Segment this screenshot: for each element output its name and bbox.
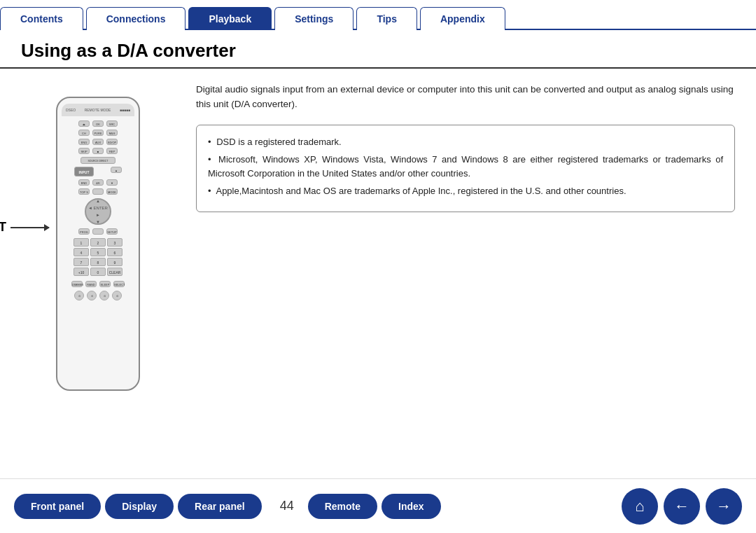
remote-btn-vol-up: ▲ bbox=[111, 167, 122, 173]
remote-row-5: SOURCE DIRECT bbox=[62, 157, 134, 164]
remote-row-2: CH PURE M&S bbox=[62, 130, 134, 136]
remote-btn: TOP S bbox=[78, 188, 90, 195]
remote-btn bbox=[92, 228, 104, 235]
remote-btn-icon4: ⊙ bbox=[112, 291, 122, 300]
remote-btn-5: 5 bbox=[90, 248, 106, 256]
remote-image: DSEO REMOTE MODE ■■■■■ ⏏ OK SRC CH PURE … bbox=[56, 97, 140, 391]
remote-btn: ■ bbox=[92, 148, 104, 154]
intro-paragraph: Digital audio signals input from an exte… bbox=[196, 83, 735, 112]
remote-num-grid: 1 2 3 4 5 6 7 8 9 +10 0 CLEAR bbox=[74, 238, 122, 276]
remote-row-bottom: DIMMER RAND SLEEP SELECT bbox=[62, 281, 134, 287]
remote-btn-source-direct: SOURCE DIRECT bbox=[80, 157, 115, 164]
page-number: 44 bbox=[280, 499, 294, 513]
remote-btn-prog: PROG bbox=[78, 228, 90, 235]
remote-btn-input: INPUT bbox=[74, 167, 94, 176]
index-button[interactable]: Index bbox=[382, 494, 441, 519]
remote-btn: CH bbox=[78, 130, 90, 136]
remote-row-1: ⏏ OK SRC bbox=[62, 120, 134, 127]
remote-btn-7: 7 bbox=[74, 258, 89, 266]
remote-btn-mode: MODE bbox=[106, 188, 118, 195]
notice-item-2: • Microsoft, Windows XP, Windows Vista, … bbox=[208, 153, 723, 182]
remote-btn-6: 6 bbox=[107, 248, 122, 256]
remote-btn: SRC bbox=[106, 120, 118, 127]
remote-btn bbox=[92, 188, 104, 195]
remote-nav-btn: ▲◄ ENTER ►▼ bbox=[85, 198, 111, 225]
remote-row-topsynch: TOP S MODE bbox=[62, 188, 134, 195]
rear-panel-button[interactable]: Rear panel bbox=[178, 494, 262, 519]
tab-contents[interactable]: Contents bbox=[0, 7, 83, 30]
remote-btn: RAND bbox=[85, 281, 97, 287]
input-label: INPUT bbox=[0, 220, 6, 235]
remote-btn-4: 4 bbox=[74, 248, 89, 256]
back-button[interactable]: ← bbox=[664, 488, 700, 525]
remote-btn: SLEEP bbox=[99, 281, 111, 287]
remote-btn: BND bbox=[78, 179, 90, 186]
back-arrow-icon: ← bbox=[674, 497, 690, 515]
remote-btn: OK bbox=[92, 120, 104, 127]
remote-container: INPUT DSEO REMOTE MODE ■■■■■ ⏏ OK SRC CH… bbox=[21, 83, 175, 455]
remote-btn: AUX bbox=[92, 139, 104, 145]
remote-btn bbox=[97, 167, 108, 173]
remote-btn-icon3: ⊙ bbox=[99, 291, 109, 300]
remote-btn: SELECT bbox=[113, 281, 125, 287]
remote-row-input: INPUT ▲ bbox=[62, 167, 134, 176]
remote-btn-1: 1 bbox=[74, 238, 89, 247]
remote-btn-clear: CLEAR bbox=[107, 268, 122, 276]
nav-tabs: Contents Connections Playback Settings T… bbox=[0, 0, 756, 30]
bullet-icon: • bbox=[208, 184, 211, 199]
remote-btn: ENG bbox=[78, 139, 90, 145]
bullet-icon: • bbox=[208, 135, 211, 150]
tab-connections[interactable]: Connections bbox=[86, 7, 186, 30]
remote-btn: 4/K bbox=[92, 179, 104, 186]
home-button[interactable]: ⌂ bbox=[622, 488, 658, 525]
remote-btn-plus10: +10 bbox=[74, 268, 89, 276]
front-panel-button[interactable]: Front panel bbox=[14, 494, 101, 519]
remote-btn-8: 8 bbox=[90, 258, 106, 266]
remote-nav-circle: ▲◄ ENTER ►▼ bbox=[85, 198, 111, 225]
remote-btn-3: 3 bbox=[107, 238, 122, 247]
remote-btn-setup: SETUP bbox=[106, 228, 118, 235]
tab-settings[interactable]: Settings bbox=[274, 7, 354, 30]
forward-button[interactable]: → bbox=[706, 488, 742, 525]
remote-btn-vol-down: ▼ bbox=[106, 179, 118, 186]
forward-arrow-icon: → bbox=[716, 497, 732, 515]
tab-tips[interactable]: Tips bbox=[356, 7, 417, 30]
input-arrow bbox=[10, 227, 49, 228]
remote-btn: REP bbox=[106, 148, 118, 154]
remote-btn-2: 2 bbox=[90, 238, 106, 247]
remote-btn-9: 9 bbox=[107, 258, 122, 266]
notice-item-3: • Apple,Macintosh and Mac OS are tradema… bbox=[208, 184, 723, 199]
notice-item-1: • DSD is a registered trademark. bbox=[208, 135, 723, 150]
remote-btn-icon2: ⊙ bbox=[87, 291, 97, 300]
input-label-area: INPUT bbox=[0, 220, 49, 235]
tab-playback[interactable]: Playback bbox=[188, 7, 272, 30]
remote-row-icons: ⊙ ⊙ ⊙ ⊙ bbox=[62, 291, 134, 300]
remote-btn: M&S bbox=[106, 130, 118, 136]
main-content: INPUT DSEO REMOTE MODE ■■■■■ ⏏ OK SRC CH… bbox=[0, 69, 756, 469]
remote-btn: DIMMER bbox=[71, 281, 83, 287]
remote-btn: SKIP bbox=[78, 148, 90, 154]
remote-row-prog: PROG SETUP bbox=[62, 228, 134, 235]
bullet-icon: • bbox=[208, 153, 211, 167]
page-title-area: Using as a D/A converter bbox=[0, 30, 756, 69]
remote-btn: ⏏ bbox=[78, 120, 90, 127]
remote-row-3: ENG AUX SD/OP bbox=[62, 139, 134, 145]
remote-btn: SD/OP bbox=[106, 139, 118, 145]
remote-top-strip: DSEO REMOTE MODE ■■■■■ bbox=[62, 104, 134, 116]
remote-btn-0: 0 bbox=[90, 268, 106, 276]
text-content: Digital audio signals input from an exte… bbox=[196, 83, 735, 455]
tab-appendix[interactable]: Appendix bbox=[420, 7, 505, 30]
remote-btn-icon1: ⊙ bbox=[74, 291, 84, 300]
remote-button[interactable]: Remote bbox=[308, 494, 377, 519]
remote-row-4: SKIP ■ REP bbox=[62, 148, 134, 154]
remote-btn: PURE bbox=[92, 130, 104, 136]
page-title: Using as a D/A converter bbox=[21, 40, 735, 62]
notice-box: • DSD is a registered trademark. • Micro… bbox=[196, 125, 735, 212]
remote-row-eq: BND 4/K ▼ bbox=[62, 179, 134, 186]
bottom-bar: Front panel Display Rear panel 44 Remote… bbox=[0, 478, 756, 533]
home-icon: ⌂ bbox=[635, 497, 644, 515]
display-button[interactable]: Display bbox=[105, 494, 174, 519]
